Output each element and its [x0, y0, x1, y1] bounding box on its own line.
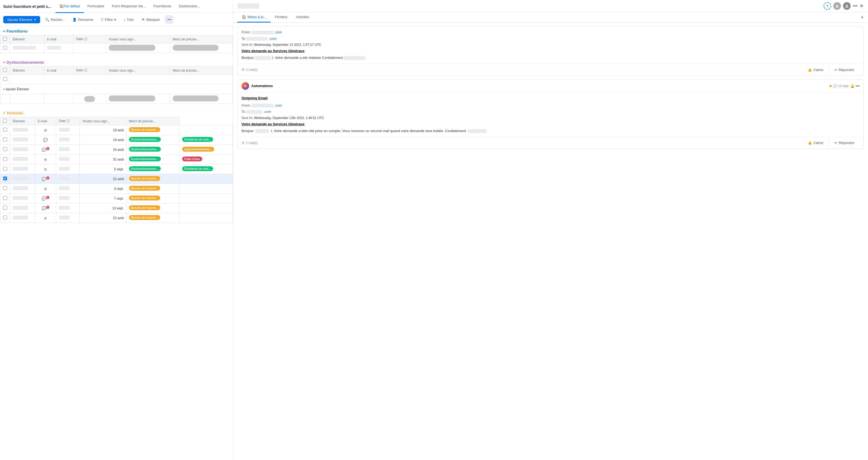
- email-to-field: To .com: [242, 36, 860, 41]
- action-buttons: 👍 J'aime ↩ Répondre: [802, 66, 860, 74]
- table-row[interactable]: 💬2 7 sept. Besoin de fournit...: [0, 194, 233, 203]
- search-button[interactable]: 🔍 Recher...: [42, 16, 67, 23]
- top-bar: Suivi fourniture et petit s... 🏠 Par déf…: [0, 0, 233, 13]
- item-title-placeholder: [238, 3, 259, 9]
- add-avatar-button[interactable]: +: [824, 2, 831, 10]
- chat-plus-icon: ⊕: [44, 216, 47, 220]
- fournitures-col-date: Date ⓘ: [73, 35, 106, 44]
- email-card-1-body: From: .com To .com Sent At: Wednesday, S: [238, 26, 863, 64]
- tab-dysfonction[interactable]: Dysfonction...: [175, 0, 204, 13]
- dysfonctionnements-col-element: Élément: [10, 66, 44, 75]
- right-header-left: [238, 3, 259, 9]
- table-row[interactable]: ⊕ 4 sept. Besoin de fournit...: [0, 184, 233, 194]
- table-row[interactable]: [0, 44, 233, 53]
- chat-badge-icon: 💬2: [42, 206, 49, 210]
- chat-badge-icon: 💬2: [42, 177, 49, 181]
- from-label: From:: [242, 30, 251, 34]
- termines-col-sign: Voulez vous sign...: [80, 117, 126, 125]
- signature-placeholder: [468, 129, 487, 133]
- to-label: To: [242, 110, 245, 114]
- like-button[interactable]: 👍 J'aime: [802, 139, 829, 146]
- automation-body: Outgoing Email From: .com To .com: [238, 93, 863, 137]
- table-row[interactable]: 💬2 24 août Dysfonctionneme... Approvisio…: [0, 145, 233, 154]
- fournitures-select-all[interactable]: [0, 35, 10, 44]
- tab-form-response[interactable]: Form Response Vie...: [108, 0, 150, 13]
- left-panel: Suivi fourniture et petit s... 🏠 Par déf…: [0, 0, 233, 460]
- sent-label: Sent At:: [242, 116, 253, 120]
- eye-icon: 👁: [242, 68, 245, 71]
- person-button[interactable]: 👤 Personne: [70, 16, 96, 23]
- chevron-down-icon: ▾: [3, 61, 5, 64]
- hide-button[interactable]: 👁 Masquer: [139, 16, 163, 23]
- auto-from-field: From: .com: [242, 103, 860, 108]
- to-label: To: [242, 37, 245, 41]
- chevron-down-icon: ▾: [3, 112, 5, 115]
- table-row[interactable]: 💬2 22 août Besoin de fournit...: [0, 174, 233, 184]
- table-row[interactable]: ⊕ 5 sept. Dysfonctionneme... Problème de…: [0, 164, 233, 174]
- table-row[interactable]: ⊕ 31 août Dysfonctionneme... Fuite d'eau: [0, 154, 233, 164]
- to-value-gray: [246, 110, 262, 114]
- add-element-link[interactable]: + Ajouter Élément: [3, 87, 29, 91]
- fournitures-label: Fournitures: [6, 29, 28, 33]
- chevron-down-icon: ▾: [3, 30, 5, 33]
- add-element-button[interactable]: Ajouter Élément ▼: [3, 16, 40, 23]
- termines-section-header[interactable]: ▾ Terminés: [0, 108, 233, 117]
- more-options-button[interactable]: •••: [853, 3, 858, 8]
- chat-icon: 💬: [43, 138, 48, 142]
- home-icon: 🏠: [59, 4, 64, 8]
- add-tab-button[interactable]: +: [861, 15, 864, 20]
- from-label: From:: [242, 103, 251, 107]
- auto-to-field: To .com: [242, 109, 860, 114]
- table-row[interactable]: ⊕ 22 août Besoin de fournit...: [0, 213, 233, 223]
- clock-icon: 🕐: [833, 84, 837, 88]
- table-row: [0, 94, 233, 104]
- tab-files[interactable]: Fichiers: [271, 12, 292, 23]
- svg-point-0: [837, 5, 838, 6]
- thumbs-up-icon: 👍: [808, 141, 812, 145]
- tab-updates[interactable]: 🏠 Mises à jo...: [238, 12, 271, 23]
- like-button[interactable]: 👍 J'aime: [802, 66, 829, 74]
- table-row[interactable]: 💬 19 août Dysfonctionneme... Problème de…: [0, 135, 233, 145]
- name-placeholder: [254, 56, 271, 60]
- tab-par-defaut[interactable]: 🏠 Par défaut: [56, 0, 84, 13]
- table-row[interactable]: [0, 75, 233, 84]
- dysfonctionnements-table: Élément E-mail Date ⓘ Voulez vous sign..…: [0, 66, 233, 104]
- table-row[interactable]: ⊕ 18 août Besoin de fournit...: [0, 125, 233, 135]
- search-icon: 🔍: [45, 18, 49, 22]
- sort-icon: ↕: [124, 18, 125, 22]
- close-button[interactable]: ✕: [860, 3, 864, 9]
- reply-button[interactable]: ↩ Répondre: [829, 139, 860, 146]
- reply-button[interactable]: ↩ Répondre: [829, 66, 860, 74]
- add-row-row[interactable]: + Ajouter Élément: [0, 84, 233, 94]
- tab-activities[interactable]: Activités: [292, 12, 313, 23]
- outgoing-label: Outgoing Email: [242, 96, 860, 100]
- dysfonctionnements-select-all[interactable]: [0, 66, 10, 75]
- action-buttons: 👍 J'aime ↩ Répondre: [802, 139, 860, 146]
- email-card-1-footer: 👁 1 vue(s) 👍 J'aime ↩ Répondre: [238, 64, 863, 76]
- fournitures-section-header[interactable]: ▾ Fournitures: [0, 26, 233, 35]
- termines-col-email: E-mail: [35, 117, 56, 125]
- termines-select-all[interactable]: [0, 117, 10, 125]
- dysfonctionnements-col-date: Date ⓘ: [73, 66, 106, 75]
- termines-col-merci: Merci de précise...: [126, 117, 179, 125]
- automation-more-button[interactable]: •••: [856, 84, 860, 88]
- to-value: .com: [246, 110, 271, 114]
- avatar-1: [833, 2, 841, 10]
- tab-fournitures[interactable]: Fournitures: [150, 0, 175, 13]
- fournitures-col-merci: Merci de précise...: [170, 35, 233, 44]
- tab-formulaire[interactable]: Formulaire: [84, 0, 108, 13]
- views-count: 👁 1 vue(s): [242, 141, 257, 145]
- automation-name: Automations: [251, 84, 273, 88]
- reply-icon: ↩: [834, 141, 837, 145]
- sort-button[interactable]: ↕ Trier: [121, 16, 136, 23]
- dysfonctionnements-section-header[interactable]: ▾ Dysfonctionnements: [0, 57, 233, 66]
- termines-label: Terminés: [6, 111, 23, 115]
- table-row[interactable]: 💬2 13 sept. Besoin de fournit...: [0, 203, 233, 213]
- automation-logo: m: [242, 82, 249, 90]
- auto-body-text: Bonjour I, Votre demande a bien été pris…: [242, 128, 860, 134]
- dropdown-arrow-icon: ▼: [34, 18, 37, 21]
- filter-button[interactable]: ▽ Filtre ▾: [98, 16, 119, 23]
- svg-point-1: [846, 5, 848, 6]
- more-options-button[interactable]: •••: [165, 15, 174, 24]
- main-content: ▾ Fournitures Élément E-mail Date ⓘ Voul…: [0, 26, 233, 460]
